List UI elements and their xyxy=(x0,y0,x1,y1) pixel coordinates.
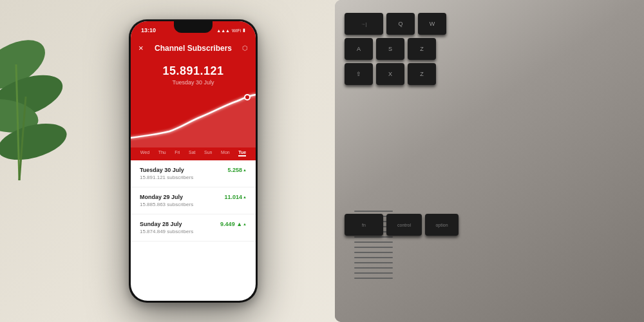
laptop-keyboard: →| Q W A S Z ⇧ X Z fn control option xyxy=(345,13,644,322)
day-thu[interactable]: Thu xyxy=(158,150,166,156)
camera-icon[interactable]: ⬡ xyxy=(235,44,248,52)
notch xyxy=(174,21,213,33)
battery-icon: ▮ xyxy=(243,28,245,33)
day-sun[interactable]: Sun xyxy=(204,150,212,156)
day-wed[interactable]: Wed xyxy=(140,150,149,156)
list-item[interactable]: Monday 29 July 11.014 15.885.863 subscri… xyxy=(131,187,256,214)
plant-decoration xyxy=(0,13,77,193)
key-option[interactable]: option xyxy=(425,214,459,236)
status-bar: 13:10 ▲▲▲ WiFi ▮ xyxy=(131,21,256,39)
key-z2[interactable]: Z xyxy=(408,63,436,85)
key-w[interactable]: W xyxy=(418,13,446,35)
day-fri[interactable]: Fri xyxy=(175,150,180,156)
signal-icon: ▲▲▲ xyxy=(216,28,230,33)
stats-date: Tuesday 30 July xyxy=(131,79,256,86)
laptop: →| Q W A S Z ⇧ X Z fn control option xyxy=(335,0,644,322)
phone-screen: 13:10 ▲▲▲ WiFi ▮ × Channel Subscribers ⬡… xyxy=(131,21,256,301)
key-s[interactable]: S xyxy=(376,38,404,60)
chart-area[interactable] xyxy=(131,90,256,147)
status-time: 13:10 xyxy=(141,27,156,33)
header-title: Channel Subscribers xyxy=(151,44,235,53)
list-date-1: Tuesday 30 July xyxy=(140,167,184,173)
key-control[interactable]: control xyxy=(386,214,422,236)
list-date-3: Sunday 28 July xyxy=(140,221,182,227)
status-icons: ▲▲▲ WiFi ▮ xyxy=(216,28,245,33)
svg-point-7 xyxy=(245,95,249,99)
day-labels: Wed Thu Fri Sat Sun Mon Tue xyxy=(131,147,256,160)
key-arrow-right[interactable]: →| xyxy=(345,13,383,35)
list-change-1: 5.258 xyxy=(228,167,247,173)
key-x[interactable]: X xyxy=(376,63,404,85)
key-up[interactable]: ⇧ xyxy=(345,63,373,85)
close-icon[interactable]: × xyxy=(138,43,151,53)
phone-body: 13:10 ▲▲▲ WiFi ▮ × Channel Subscribers ⬡… xyxy=(129,19,258,303)
key-a[interactable]: A xyxy=(345,38,373,60)
app-header: × Channel Subscribers ⬡ xyxy=(131,39,256,59)
list-item[interactable]: Sunday 28 July 9.449 ▲ 15.874.849 subscr… xyxy=(131,214,256,242)
list-item[interactable]: Tuesday 30 July 5.258 15.891.121 subscri… xyxy=(131,160,256,187)
phone: 13:10 ▲▲▲ WiFi ▮ × Channel Subscribers ⬡… xyxy=(129,19,258,303)
list-change-2: 11.014 xyxy=(225,194,247,200)
wifi-icon: WiFi xyxy=(232,28,241,33)
subscriber-count: 15.891.121 xyxy=(131,64,256,78)
day-mon[interactable]: Mon xyxy=(221,150,230,156)
list-subs-2: 15.885.863 subscribers xyxy=(140,202,247,207)
stats-section: 15.891.121 Tuesday 30 July xyxy=(131,59,256,90)
key-z[interactable]: Z xyxy=(408,38,436,60)
key-fn[interactable]: fn xyxy=(345,214,383,236)
list-section: Tuesday 30 July 5.258 15.891.121 subscri… xyxy=(131,160,256,242)
list-subs-3: 15.874.849 subscribers xyxy=(140,229,247,234)
key-q[interactable]: Q xyxy=(386,13,415,35)
day-sat[interactable]: Sat xyxy=(189,150,196,156)
list-change-3: 9.449 ▲ xyxy=(220,221,247,227)
list-subs-1: 15.891.121 subscribers xyxy=(140,175,247,180)
day-tue[interactable]: Tue xyxy=(238,150,246,156)
list-date-2: Monday 29 July xyxy=(140,194,183,200)
